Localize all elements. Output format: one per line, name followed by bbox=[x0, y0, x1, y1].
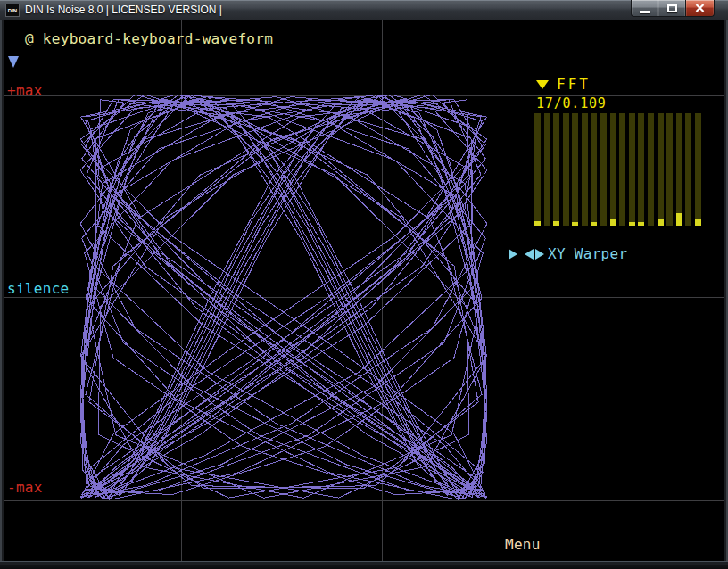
window-frame-right bbox=[724, 20, 728, 561]
fft-collapse-icon[interactable] bbox=[536, 80, 549, 89]
fft-bar bbox=[666, 113, 673, 226]
minimize-button[interactable] bbox=[631, 0, 658, 17]
fft-title: FFT bbox=[557, 78, 591, 92]
waveform-canvas bbox=[4, 20, 724, 561]
patch-label: @ keyboard-keyboard-waveform bbox=[25, 31, 273, 47]
fft-bar bbox=[572, 113, 578, 226]
titlebar[interactable]: DIN DIN Is Noise 8.0 | LICENSED VERSION … bbox=[0, 0, 728, 20]
app-icon-text: DIN bbox=[8, 8, 17, 13]
window-title: DIN Is Noise 8.0 | LICENSED VERSION | bbox=[25, 4, 222, 16]
menu-button[interactable]: Menu bbox=[505, 537, 541, 553]
maximize-button[interactable] bbox=[658, 0, 685, 17]
window-controls bbox=[631, 0, 715, 18]
fft-bar bbox=[676, 113, 682, 226]
xy-warper-label[interactable]: XY Warper bbox=[548, 245, 627, 262]
fft-bar bbox=[695, 113, 701, 226]
fft-bar bbox=[685, 113, 691, 226]
xy-warper-control: XY Warper bbox=[509, 245, 627, 262]
position-marker-icon[interactable] bbox=[8, 56, 19, 68]
fft-spectrum[interactable] bbox=[534, 113, 701, 226]
maximize-icon bbox=[667, 4, 677, 12]
fft-bar bbox=[638, 113, 644, 226]
fft-readout: 17/0.109 bbox=[536, 96, 607, 111]
fft-bar bbox=[544, 113, 550, 226]
window-frame-bottom bbox=[0, 561, 728, 569]
fft-bar bbox=[619, 113, 625, 226]
app-icon[interactable]: DIN bbox=[5, 4, 20, 17]
fft-bar bbox=[591, 113, 597, 226]
fft-bar bbox=[563, 113, 569, 226]
fft-bar bbox=[658, 113, 664, 226]
fft-bar bbox=[629, 113, 635, 226]
fft-bar bbox=[610, 113, 616, 226]
fft-bar bbox=[534, 113, 541, 226]
minimize-icon bbox=[640, 11, 650, 13]
fft-header: FFT bbox=[536, 78, 591, 92]
level-min-label: -max bbox=[7, 480, 43, 496]
fft-bar bbox=[553, 113, 559, 226]
fft-bar bbox=[600, 113, 607, 226]
close-button[interactable] bbox=[685, 0, 715, 17]
app-window: DIN DIN Is Noise 8.0 | LICENSED VERSION … bbox=[0, 0, 728, 569]
xy-open-icon[interactable] bbox=[509, 249, 517, 260]
fft-bar bbox=[648, 113, 654, 226]
close-icon bbox=[695, 4, 705, 12]
xy-prev-icon[interactable] bbox=[525, 249, 534, 260]
level-max-label: +max bbox=[7, 83, 43, 99]
silence-label: silence bbox=[7, 281, 70, 297]
editor-surface[interactable]: @ keyboard-keyboard-waveform +max silenc… bbox=[4, 20, 724, 561]
fft-bar bbox=[582, 113, 588, 226]
xy-next-icon[interactable] bbox=[535, 249, 544, 260]
